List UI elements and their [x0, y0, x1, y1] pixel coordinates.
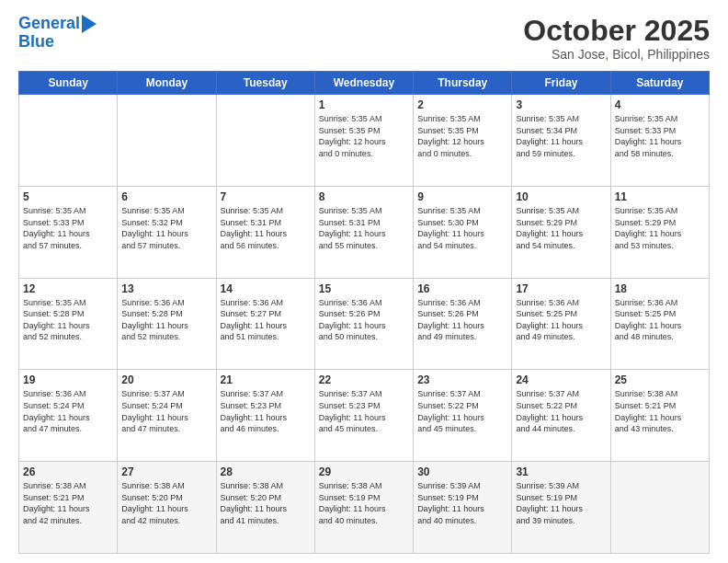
day-number: 23 — [417, 373, 507, 386]
calendar-day-13: 13Sunrise: 5:36 AM Sunset: 5:28 PM Dayli… — [118, 278, 216, 370]
subtitle: San Jose, Bicol, Philippines — [523, 47, 710, 62]
calendar-day-8: 8Sunrise: 5:35 AM Sunset: 5:31 PM Daylig… — [314, 186, 413, 278]
day-info: Sunrise: 5:38 AM Sunset: 5:20 PM Dayligh… — [221, 480, 311, 526]
calendar-day-25: 25Sunrise: 5:38 AM Sunset: 5:21 PM Dayli… — [610, 370, 709, 462]
day-number: 16 — [417, 282, 507, 295]
calendar-day-22: 22Sunrise: 5:37 AM Sunset: 5:23 PM Dayli… — [314, 370, 413, 462]
calendar-day-31: 31Sunrise: 5:39 AM Sunset: 5:19 PM Dayli… — [512, 462, 610, 554]
day-number: 30 — [417, 465, 507, 478]
calendar-day-9: 9Sunrise: 5:35 AM Sunset: 5:30 PM Daylig… — [414, 186, 512, 278]
logo: General Blue — [18, 15, 97, 52]
day-number: 24 — [516, 373, 606, 386]
calendar-empty-cell — [610, 462, 709, 554]
calendar-week-row: 26Sunrise: 5:38 AM Sunset: 5:21 PM Dayli… — [19, 462, 710, 554]
day-number: 3 — [516, 98, 606, 111]
day-number: 20 — [121, 373, 211, 386]
col-header-thursday: Thursday — [414, 72, 512, 95]
calendar-week-row: 12Sunrise: 5:35 AM Sunset: 5:28 PM Dayli… — [19, 278, 710, 370]
calendar-day-23: 23Sunrise: 5:37 AM Sunset: 5:22 PM Dayli… — [414, 370, 512, 462]
calendar-day-27: 27Sunrise: 5:38 AM Sunset: 5:20 PM Dayli… — [118, 462, 216, 554]
calendar-day-4: 4Sunrise: 5:35 AM Sunset: 5:33 PM Daylig… — [610, 95, 709, 187]
logo-text-general: General — [18, 15, 80, 33]
calendar-table: SundayMondayTuesdayWednesdayThursdayFrid… — [18, 71, 710, 554]
day-info: Sunrise: 5:37 AM Sunset: 5:22 PM Dayligh… — [417, 388, 507, 434]
day-info: Sunrise: 5:37 AM Sunset: 5:22 PM Dayligh… — [516, 388, 606, 434]
day-info: Sunrise: 5:35 AM Sunset: 5:30 PM Dayligh… — [417, 205, 507, 251]
calendar-week-row: 1Sunrise: 5:35 AM Sunset: 5:35 PM Daylig… — [19, 95, 710, 187]
calendar-day-29: 29Sunrise: 5:38 AM Sunset: 5:19 PM Dayli… — [314, 462, 413, 554]
calendar-day-3: 3Sunrise: 5:35 AM Sunset: 5:34 PM Daylig… — [512, 95, 610, 187]
day-info: Sunrise: 5:36 AM Sunset: 5:25 PM Dayligh… — [516, 297, 606, 343]
day-info: Sunrise: 5:36 AM Sunset: 5:27 PM Dayligh… — [221, 297, 311, 343]
day-info: Sunrise: 5:35 AM Sunset: 5:31 PM Dayligh… — [319, 205, 409, 251]
calendar-empty-cell — [118, 95, 216, 187]
day-number: 6 — [121, 190, 211, 203]
day-number: 9 — [417, 190, 507, 203]
day-number: 13 — [121, 282, 211, 295]
day-info: Sunrise: 5:35 AM Sunset: 5:28 PM Dayligh… — [23, 297, 113, 343]
day-info: Sunrise: 5:35 AM Sunset: 5:35 PM Dayligh… — [319, 113, 409, 159]
day-info: Sunrise: 5:36 AM Sunset: 5:24 PM Dayligh… — [23, 388, 113, 434]
calendar-empty-cell — [216, 95, 314, 187]
calendar-day-1: 1Sunrise: 5:35 AM Sunset: 5:35 PM Daylig… — [314, 95, 413, 187]
calendar-day-7: 7Sunrise: 5:35 AM Sunset: 5:31 PM Daylig… — [216, 186, 314, 278]
day-number: 5 — [23, 190, 113, 203]
day-info: Sunrise: 5:35 AM Sunset: 5:33 PM Dayligh… — [615, 113, 705, 159]
day-info: Sunrise: 5:35 AM Sunset: 5:32 PM Dayligh… — [121, 205, 211, 251]
calendar-day-28: 28Sunrise: 5:38 AM Sunset: 5:20 PM Dayli… — [216, 462, 314, 554]
day-number: 10 — [516, 190, 606, 203]
calendar-day-15: 15Sunrise: 5:36 AM Sunset: 5:26 PM Dayli… — [314, 278, 413, 370]
calendar-day-12: 12Sunrise: 5:35 AM Sunset: 5:28 PM Dayli… — [19, 278, 118, 370]
day-info: Sunrise: 5:36 AM Sunset: 5:26 PM Dayligh… — [319, 297, 409, 343]
calendar-day-24: 24Sunrise: 5:37 AM Sunset: 5:22 PM Dayli… — [512, 370, 610, 462]
day-info: Sunrise: 5:37 AM Sunset: 5:24 PM Dayligh… — [121, 388, 211, 434]
day-number: 4 — [615, 98, 705, 111]
logo-icon — [82, 15, 97, 33]
col-header-wednesday: Wednesday — [314, 72, 413, 95]
day-info: Sunrise: 5:38 AM Sunset: 5:21 PM Dayligh… — [615, 388, 705, 434]
calendar-day-2: 2Sunrise: 5:35 AM Sunset: 5:35 PM Daylig… — [414, 95, 512, 187]
day-number: 31 — [516, 465, 606, 478]
logo-text-blue: Blue — [18, 33, 97, 52]
calendar-day-6: 6Sunrise: 5:35 AM Sunset: 5:32 PM Daylig… — [118, 186, 216, 278]
col-header-monday: Monday — [118, 72, 216, 95]
day-number: 27 — [121, 465, 211, 478]
col-header-friday: Friday — [512, 72, 610, 95]
page: General Blue October 2025 San Jose, Bico… — [0, 0, 728, 563]
day-number: 2 — [417, 98, 507, 111]
col-header-tuesday: Tuesday — [216, 72, 314, 95]
day-info: Sunrise: 5:38 AM Sunset: 5:21 PM Dayligh… — [23, 480, 113, 526]
calendar-day-18: 18Sunrise: 5:36 AM Sunset: 5:25 PM Dayli… — [610, 278, 709, 370]
day-info: Sunrise: 5:37 AM Sunset: 5:23 PM Dayligh… — [319, 388, 409, 434]
day-number: 18 — [615, 282, 705, 295]
calendar-day-14: 14Sunrise: 5:36 AM Sunset: 5:27 PM Dayli… — [216, 278, 314, 370]
calendar-day-5: 5Sunrise: 5:35 AM Sunset: 5:33 PM Daylig… — [19, 186, 118, 278]
header: General Blue October 2025 San Jose, Bico… — [18, 15, 710, 62]
day-number: 26 — [23, 465, 113, 478]
day-info: Sunrise: 5:35 AM Sunset: 5:31 PM Dayligh… — [221, 205, 311, 251]
calendar-day-20: 20Sunrise: 5:37 AM Sunset: 5:24 PM Dayli… — [118, 370, 216, 462]
day-number: 29 — [319, 465, 409, 478]
day-number: 11 — [615, 190, 705, 203]
day-info: Sunrise: 5:36 AM Sunset: 5:26 PM Dayligh… — [417, 297, 507, 343]
month-title: October 2025 — [523, 15, 710, 47]
calendar-day-16: 16Sunrise: 5:36 AM Sunset: 5:26 PM Dayli… — [414, 278, 512, 370]
day-info: Sunrise: 5:37 AM Sunset: 5:23 PM Dayligh… — [221, 388, 311, 434]
calendar-day-10: 10Sunrise: 5:35 AM Sunset: 5:29 PM Dayli… — [512, 186, 610, 278]
col-header-sunday: Sunday — [19, 72, 118, 95]
calendar-day-21: 21Sunrise: 5:37 AM Sunset: 5:23 PM Dayli… — [216, 370, 314, 462]
day-number: 7 — [221, 190, 311, 203]
day-number: 19 — [23, 373, 113, 386]
day-number: 28 — [221, 465, 311, 478]
day-info: Sunrise: 5:35 AM Sunset: 5:35 PM Dayligh… — [417, 113, 507, 159]
day-info: Sunrise: 5:35 AM Sunset: 5:29 PM Dayligh… — [615, 205, 705, 251]
day-info: Sunrise: 5:39 AM Sunset: 5:19 PM Dayligh… — [516, 480, 606, 526]
day-info: Sunrise: 5:35 AM Sunset: 5:34 PM Dayligh… — [516, 113, 606, 159]
calendar-header-row: SundayMondayTuesdayWednesdayThursdayFrid… — [19, 72, 710, 95]
day-number: 21 — [221, 373, 311, 386]
day-info: Sunrise: 5:35 AM Sunset: 5:33 PM Dayligh… — [23, 205, 113, 251]
title-block: October 2025 San Jose, Bicol, Philippine… — [523, 15, 710, 62]
day-number: 17 — [516, 282, 606, 295]
day-info: Sunrise: 5:39 AM Sunset: 5:19 PM Dayligh… — [417, 480, 507, 526]
svg-marker-0 — [82, 15, 97, 33]
